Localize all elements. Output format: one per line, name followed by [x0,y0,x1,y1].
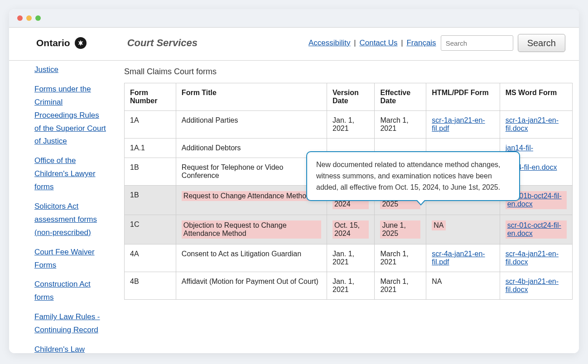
site-header: Ontario Court Services Accessibility | C… [9,28,579,61]
cell-form-number-text: 1B [130,163,139,171]
sidebar-item-criminal-proceedings[interactable]: Forms under the Criminal Proceedings Rul… [34,83,107,148]
cell-form-title: Objection to Request to Change Attendanc… [176,215,327,244]
cell-form-title-text: Additional Parties [182,116,238,124]
cell-form-number-text: 4A [130,250,139,258]
sidebar: Justice Forms under the Criminal Proceed… [9,61,116,353]
table-row: 1CObjection to Request to Change Attenda… [125,215,573,244]
trillium-icon [75,37,87,49]
cell-docx-link[interactable]: scr-4a-jan21-en-fil.docx [506,250,559,266]
cell-form-title: Consent to Act as Litigation Guardian [176,244,327,272]
cell-form-title: Request to Change Attendance Method [176,186,327,215]
cell-version-date: Jan. 1, 2021 [327,111,375,139]
cell-form-title: Request for Telephone or Video Conferenc… [176,158,327,186]
cell-form-number: 1B [125,158,176,186]
cell-pdf-link[interactable]: scr-1a-jan21-en-fil.pdf [432,116,485,132]
cell-version-date: Oct. 15, 2024 [327,215,375,244]
table-header-row: Form Number Form Title Version Date Effe… [125,83,573,111]
cell-docx: scr-01c-oct24-fil-en.docx [500,215,572,244]
cell-form-number: 1A.1 [125,139,176,158]
cell-docx-link[interactable]: scr-4b-jan21-en-fil.docx [506,278,559,293]
cell-form-title: Affidavit (Motion for Payment Out of Cou… [176,272,327,300]
cell-form-title: Additional Parties [176,111,327,139]
cell-effective-date: March 1, 2021 [375,111,426,139]
cell-form-title-text: Additional Debtors [182,144,241,152]
table-row: 4BAffidavit (Motion for Payment Out of C… [125,272,573,300]
cell-form-title-text: Request to Change Attendance Method [183,192,310,200]
cell-form-number: 4B [125,272,176,300]
sidebar-item-family-law[interactable]: Family Law Rules - Continuing Record [34,311,107,337]
sidebar-item-childrens-lawyer[interactable]: Office of the Children's Lawyer forms [34,154,107,194]
sidebar-item-construction[interactable]: Construction Act forms [34,278,107,304]
sidebar-item-fee-waiver[interactable]: Court Fee Waiver Forms [34,246,107,272]
minimize-icon[interactable] [26,15,32,21]
cell-form-number-text: 1A [130,116,139,124]
cell-form-number: 4A [125,244,176,272]
maximize-icon[interactable] [35,15,41,21]
cell-form-title-text: Objection to Request to Change Attendanc… [183,221,287,237]
cell-docx: scr-4b-jan21-en-fil.docx [500,272,572,300]
cell-version-date-text: Jan. 1, 2021 [333,116,354,132]
cell-version-date: Jan. 1, 2021 [327,244,375,272]
info-tooltip: New documented related to attendance met… [306,151,520,201]
cell-version-date-text: Oct. 15, 2024 [334,221,360,237]
app-title: Court Services [127,37,198,49]
browser-chrome [9,9,579,27]
sidebar-item-justice[interactable]: Justice [34,63,107,77]
cell-version-date-text: Jan. 1, 2021 [333,250,354,266]
content: Justice Forms under the Criminal Proceed… [9,61,579,353]
table-row: 4AConsent to Act as Litigation GuardianJ… [125,244,573,272]
link-accessibility[interactable]: Accessibility [308,38,351,47]
search-button[interactable]: Search [518,34,565,52]
main-content: Small Claims Court forms Form Number For… [116,61,579,353]
sidebar-item-solicitors-act[interactable]: Solicitors Act assessment forms (non-pre… [34,200,107,239]
cell-docx: scr-1a-jan21-en-fil.docx [500,111,572,139]
th-form-number: Form Number [125,83,176,111]
cell-pdf: NA [426,272,500,300]
cell-effective-date-text: March 1, 2021 [380,116,408,132]
cell-docx-link[interactable]: scr-01c-oct24-fil-en.docx [507,221,561,237]
close-icon[interactable] [17,15,23,21]
cell-pdf-text: NA [432,278,442,285]
cell-version-date: Jan. 1, 2021 [327,272,375,300]
th-version-date: Version Date [327,83,375,111]
logo[interactable]: Ontario [36,37,87,49]
cell-pdf-text: NA [434,221,443,229]
cell-form-number-text: 1C [130,220,139,228]
cell-form-number-text: 1B [130,191,139,199]
cell-effective-date: March 1, 2021 [375,244,426,272]
header-links: Accessibility | Contact Us | Français [308,38,436,48]
cell-form-number: 1C [125,215,176,244]
th-ms-word: MS Word Form [500,83,572,111]
cell-effective-date: June 1, 2025 [375,215,426,244]
link-contact[interactable]: Contact Us [359,38,397,47]
cell-effective-date-text: March 1, 2021 [380,278,408,293]
th-form-title: Form Title [176,83,327,111]
cell-pdf: NA [426,215,500,244]
section-title: Small Claims Court forms [124,67,573,77]
cell-form-number: 1B [125,186,176,215]
link-francais[interactable]: Français [406,38,436,47]
cell-docx-link[interactable]: scr-1a-jan21-en-fil.docx [506,116,559,132]
th-html-pdf: HTML/PDF Form [426,83,500,111]
cell-docx-link[interactable]: jan14-fil- [506,144,533,152]
cell-form-title-text: Affidavit (Motion for Payment Out of Cou… [182,278,318,285]
cell-effective-date-text: June 1, 2025 [382,221,405,237]
cell-form-number: 1A [125,111,176,139]
page-body: Ontario Court Services Accessibility | C… [9,27,579,353]
sidebar-item-childrens-law-reform[interactable]: Children's Law Reform Act forms [34,343,107,353]
cell-effective-date: March 1, 2021 [375,272,426,300]
cell-form-number-text: 1A.1 [130,144,145,152]
tooltip-text: New documented related to attendance met… [316,161,501,191]
header-right: Accessibility | Contact Us | Français Se… [308,34,565,52]
cell-form-title: Additional Debtors [176,139,327,158]
table-row: 1AAdditional PartiesJan. 1, 2021March 1,… [125,111,573,139]
cell-docx: scr-4a-jan21-en-fil.docx [500,244,572,272]
cell-version-date-text: Jan. 1, 2021 [333,278,354,293]
cell-pdf-link[interactable]: scr-4a-jan21-en-fil.pdf [432,250,485,266]
cell-form-title-text: Request for Telephone or Video Conferenc… [182,163,283,179]
cell-pdf: scr-1a-jan21-en-fil.pdf [426,111,500,139]
search-input[interactable] [441,35,513,51]
browser-frame: Ontario Court Services Accessibility | C… [9,9,579,353]
th-effective-date: Effective Date [375,83,426,111]
cell-form-title-text: Consent to Act as Litigation Guardian [182,250,301,258]
